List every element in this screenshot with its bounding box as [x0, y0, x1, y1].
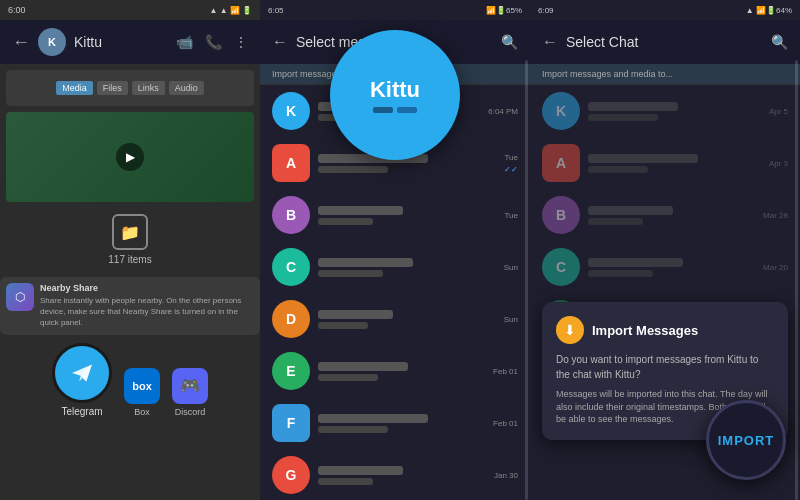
kittu-blocks: [373, 107, 417, 113]
panel1-header: ← K Kittu 📹 📞 ⋮: [0, 20, 260, 64]
scroll-indicator-p3[interactable]: [795, 60, 798, 500]
call-icon[interactable]: 📞: [205, 34, 222, 50]
panel3-header: ← Select Chat 🔍: [530, 20, 800, 64]
panel-share: 6:00 ▲ ▲ 📶 🔋 ← K Kittu 📹 📞 ⋮ Media Files…: [0, 0, 260, 500]
status-time-p1: 6:00: [8, 5, 26, 15]
panel-select-chat: 6:09 ▲ 📶🔋64% ← Select Chat 🔍 Import mess…: [530, 0, 800, 500]
play-button[interactable]: ▶: [116, 143, 144, 171]
kittu-name: Kittu: [370, 77, 420, 103]
back-icon-p3[interactable]: ←: [542, 33, 558, 51]
p3-chat-item-2[interactable]: B Mar 28: [530, 189, 800, 241]
import-button[interactable]: IMPORT: [706, 400, 786, 480]
nearby-share-icon: ⬡: [6, 283, 34, 311]
panel1-title: Kittu: [74, 34, 176, 50]
chat-meta-k: 6:04 PM: [488, 107, 518, 116]
tab-links[interactable]: Links: [132, 81, 165, 95]
status-icons-p1: ▲ ▲ 📶 🔋: [209, 6, 252, 15]
status-icons-p3: ▲ 📶🔋64%: [746, 6, 792, 15]
import-banner-p3: Import messages and media to...: [530, 64, 800, 85]
nearby-share-text: Share instantly with people nearby. On t…: [40, 295, 254, 329]
p3-avatar-1: A: [542, 144, 580, 182]
chat-item-7[interactable]: G Jan 30: [260, 449, 530, 500]
avatar-7: G: [272, 456, 310, 494]
video-inner: ▶: [6, 112, 254, 202]
telegram-svg: [65, 356, 99, 390]
nearby-share-section: ⬡ Nearby Share Share instantly with peop…: [0, 277, 260, 335]
p3-chat-item-3[interactable]: C Mar 20: [530, 241, 800, 293]
import-dialog-body1: Do you want to import messages from Kitt…: [556, 352, 774, 382]
status-icons-p2: 📶🔋65%: [486, 6, 522, 15]
media-tab-list: Media Files Links Audio: [56, 81, 204, 95]
chat-item-5[interactable]: E Feb 01: [260, 345, 530, 397]
back-icon-p1[interactable]: ←: [12, 32, 30, 53]
telegram-icon[interactable]: [52, 343, 112, 403]
import-button-label: IMPORT: [718, 433, 775, 448]
import-dialog-icon: ⬇: [556, 316, 584, 344]
items-count-area: 📁 117 items: [0, 206, 260, 273]
avatar-6: F: [272, 404, 310, 442]
telegram-label: Telegram: [61, 406, 102, 417]
search-icon-p3[interactable]: 🔍: [771, 34, 788, 50]
chat-item-3[interactable]: C Sun: [260, 241, 530, 293]
discord-icon[interactable]: 🎮: [172, 368, 208, 404]
import-dialog-title: Import Messages: [592, 323, 698, 338]
p3-avatar-k: K: [542, 92, 580, 130]
tab-media[interactable]: Media: [56, 81, 93, 95]
avatar-k: K: [272, 92, 310, 130]
video-thumbnail: ▶: [6, 112, 254, 202]
p3-avatar-3: C: [542, 248, 580, 286]
panel3-title: Select Chat: [566, 34, 771, 50]
p3-chat-item-1[interactable]: A Apr 3: [530, 137, 800, 189]
nearby-share-row: ⬡ Nearby Share Share instantly with peop…: [6, 283, 254, 329]
status-bar-panel1: 6:00 ▲ ▲ 📶 🔋: [0, 0, 260, 20]
avatar-3: C: [272, 248, 310, 286]
kittu-block-1: [373, 107, 393, 113]
panel-select-message: 6:05 📶🔋65% ← Select message 🔍 Import mes…: [260, 0, 530, 500]
kittu-block-2: [397, 107, 417, 113]
box-icon[interactable]: box: [124, 368, 160, 404]
avatar-1: A: [272, 144, 310, 182]
tab-files[interactable]: Files: [97, 81, 128, 95]
nearby-share-label: Nearby Share: [40, 283, 254, 293]
scroll-indicator-p2[interactable]: [525, 60, 528, 500]
header-actions-p1: 📹 📞 ⋮: [176, 34, 248, 50]
items-icon: 📁: [112, 214, 148, 250]
chat-item-6[interactable]: F Feb 01: [260, 397, 530, 449]
avatar-4: D: [272, 300, 310, 338]
status-bar-p2: 6:05 📶🔋65%: [260, 0, 530, 20]
items-icon-glyph: 📁: [120, 223, 140, 242]
discord-app-item[interactable]: 🎮 Discord: [172, 368, 208, 417]
search-icon-p2[interactable]: 🔍: [501, 34, 518, 50]
chat-item-4[interactable]: D Sun: [260, 293, 530, 345]
status-bar-p3: 6:09 ▲ 📶🔋64%: [530, 0, 800, 20]
discord-label: Discord: [175, 407, 206, 417]
items-count-label: 117 items: [108, 254, 151, 265]
media-tabs-area: Media Files Links Audio: [6, 70, 254, 106]
video-call-icon[interactable]: 📹: [176, 34, 193, 50]
box-app-item[interactable]: box Box: [124, 368, 160, 417]
p3-avatar-2: B: [542, 196, 580, 234]
telegram-app-item[interactable]: Telegram: [52, 343, 112, 417]
import-dialog-header: ⬇ Import Messages: [556, 316, 774, 344]
status-time-p2: 6:05: [268, 6, 284, 15]
kittu-popup: Kittu: [330, 30, 460, 160]
p3-chat-item-k[interactable]: K Apr 5: [530, 85, 800, 137]
app-icons-row: Telegram box Box 🎮 Discord: [0, 343, 260, 417]
chat-item-2[interactable]: B Tue: [260, 189, 530, 241]
status-time-p3: 6:09: [538, 6, 554, 15]
avatar-5: E: [272, 352, 310, 390]
box-label: Box: [134, 407, 150, 417]
more-icon-p1[interactable]: ⋮: [234, 34, 248, 50]
tab-audio[interactable]: Audio: [169, 81, 204, 95]
avatar-2: B: [272, 196, 310, 234]
header-avatar-p1: K: [38, 28, 66, 56]
back-icon-p2[interactable]: ←: [272, 33, 288, 51]
